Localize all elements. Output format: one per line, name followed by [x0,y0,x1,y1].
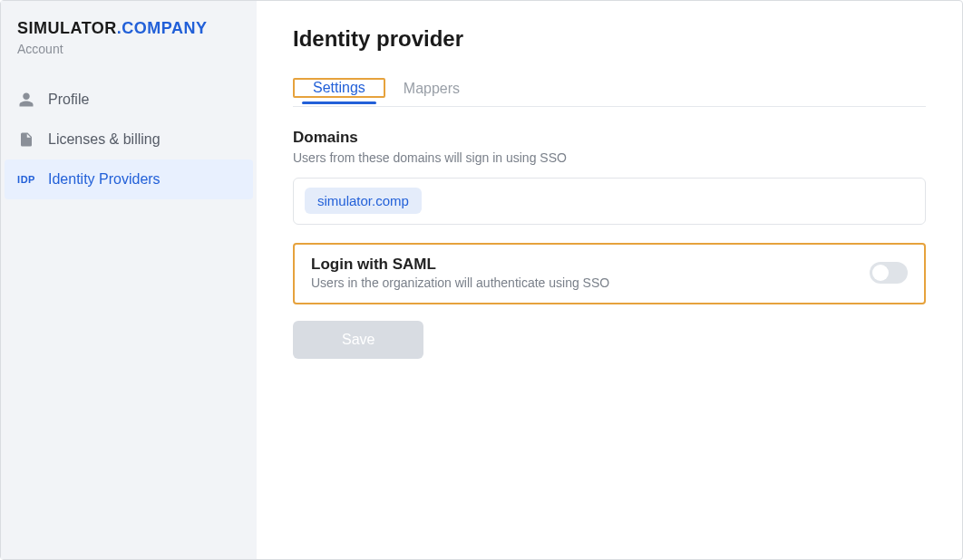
domain-chip[interactable]: simulator.comp [305,188,422,214]
highlight-box-tabs: Settings [293,78,385,98]
save-button[interactable]: Save [293,321,423,359]
saml-title: Login with SAML [311,256,609,274]
file-icon [17,130,35,149]
user-icon [17,91,35,109]
idp-badge-icon: IDP [17,170,35,188]
brand-logo: SIMULATOR.COMPANY [1,19,257,42]
saml-subtitle: Users in the organization will authentic… [311,275,609,290]
page-title: Identity provider [293,26,926,52]
tabs: Settings Mappers [293,70,926,107]
domains-title: Domains [293,129,926,147]
account-label: Account [1,42,257,80]
sidebar: SIMULATOR.COMPANY Account Profile Licens… [1,1,257,559]
app-frame: SIMULATOR.COMPANY Account Profile Licens… [0,0,963,560]
saml-toggle[interactable] [870,262,908,284]
sidebar-item-label: Profile [48,92,89,108]
main-content: Identity provider Settings Mappers Domai… [257,1,962,559]
toggle-knob [872,265,889,281]
sidebar-item-label: Licenses & billing [48,131,160,148]
sidebar-item-profile[interactable]: Profile [1,80,257,120]
tab-settings[interactable]: Settings [295,69,384,104]
saml-section: Login with SAML Users in the organizatio… [293,243,926,304]
sidebar-item-licenses[interactable]: Licenses & billing [1,120,257,159]
sidebar-item-label: Identity Providers [48,171,160,188]
domains-section: Domains Users from these domains will si… [293,129,926,225]
sidebar-item-identity-providers[interactable]: IDP Identity Providers [5,159,253,199]
brand-part2: .COMPANY [117,19,208,37]
domains-input-box[interactable]: simulator.comp [293,178,926,225]
brand-part1: SIMULATOR [17,19,117,37]
tab-mappers[interactable]: Mappers [385,70,478,106]
saml-text: Login with SAML Users in the organizatio… [311,256,609,290]
domains-subtitle: Users from these domains will sign in us… [293,150,926,165]
